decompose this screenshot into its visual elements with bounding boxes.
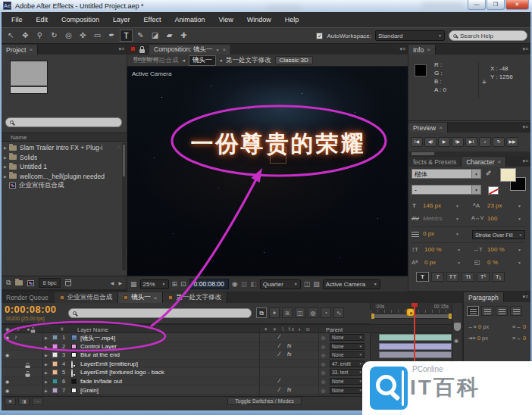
expand-switches-icon[interactable]: ❖ (5, 398, 16, 405)
snapshot-icon[interactable]: ◉ (232, 280, 238, 288)
chevron-down-icon[interactable]: ▼ (518, 217, 521, 221)
tool-button[interactable]: ◎ (62, 30, 75, 42)
label-color-swatch[interactable] (52, 344, 58, 349)
fx-switch[interactable]: fx (287, 387, 291, 392)
faux-bold-button[interactable]: T (416, 272, 429, 282)
chevron-down-icon[interactable]: ▼ (518, 204, 521, 208)
tracking-value[interactable]: 100 (487, 215, 497, 222)
menu-item[interactable]: Animation (167, 16, 211, 23)
layer-row[interactable]: ◉ ♪ ▶ 4 LayerEmit [emitterup] ◎ (2, 360, 370, 369)
font-family-select[interactable]: 楷体 (412, 169, 472, 179)
pickwhip-icon[interactable]: ◎ (321, 388, 325, 393)
expand-caret-icon[interactable]: ▶ (45, 345, 48, 349)
align-center-button[interactable] (481, 306, 493, 316)
breadcrumb-child[interactable]: 第一处文字修改 (226, 56, 271, 65)
chevron-down-icon[interactable]: ▼ (215, 48, 219, 52)
pickwhip-icon[interactable]: ◎ (321, 352, 325, 357)
quality-switch[interactable]: ∕ (279, 377, 280, 384)
justify-button[interactable] (510, 306, 522, 316)
layer-name-header[interactable]: Layer Name (77, 326, 108, 333)
timeline-tab[interactable]: 镜头一 × (118, 292, 163, 303)
menu-item[interactable]: Effect (137, 16, 168, 23)
transport-button[interactable]: ▶▶ (506, 137, 518, 147)
tab-preview[interactable]: Preview × (408, 123, 448, 133)
label-color-swatch[interactable] (52, 361, 58, 367)
transport-button[interactable]: I▶ (452, 137, 464, 147)
current-time-display[interactable]: 0:00:08:00 (5, 304, 57, 315)
baseline-shift-value[interactable]: 0 px (424, 259, 436, 266)
pickwhip-icon[interactable]: ◎ (321, 379, 325, 384)
layer-row[interactable]: ◉ ♪ ▶ 2 Control Layer ∕ fx ◎ (2, 342, 370, 351)
expand-caret-icon[interactable]: ▶ (2, 164, 9, 169)
project-item[interactable]: ▶ wellcom..._hell(plugin needed ∴ (2, 172, 127, 182)
expand-caret-icon[interactable]: ▶ (45, 370, 48, 375)
menu-item[interactable]: Edit (30, 16, 55, 23)
tab-composition[interactable]: Composition: 镜头一 ▼ × (149, 45, 231, 55)
camera-view-select[interactable]: Active Camera ▼ (323, 279, 380, 289)
stroke-width-value[interactable]: 0 px (423, 230, 434, 237)
pickwhip-icon[interactable]: ◎ (321, 361, 325, 367)
parent-select[interactable]: None ▼ (330, 351, 365, 358)
close-icon[interactable]: × (222, 46, 226, 53)
close-icon[interactable]: × (29, 46, 33, 53)
leading-value[interactable]: 23 px (487, 202, 502, 209)
parent-select[interactable]: None ▼ (330, 343, 365, 350)
next-panel-icon[interactable]: ▶ (118, 280, 122, 286)
layer-duration-bar[interactable] (379, 334, 452, 341)
kerning-value[interactable]: Metrics (423, 215, 443, 222)
subscript-button[interactable]: T₁ (492, 272, 505, 282)
chevron-down-icon[interactable]: ▼ (518, 248, 521, 252)
eye-icon[interactable]: ◉ (5, 335, 9, 340)
transparency-grid-icon[interactable]: ▨ (313, 280, 320, 288)
tsume-value[interactable]: 0 % (487, 259, 498, 266)
transport-button[interactable]: ▶I (465, 137, 477, 147)
quality-switch[interactable]: ∕ (279, 333, 280, 340)
transport-button[interactable]: ↻ (493, 137, 505, 147)
fx-switch[interactable]: fx (287, 343, 291, 348)
layer-row[interactable]: ◉ ♪ ▶ 6 fade in/fade out ∕ ◎ (2, 377, 370, 386)
layer-name[interactable]: LayerEmit [emitterup] (80, 360, 138, 367)
indent-left-control[interactable]: →≡ 0 px (468, 323, 489, 330)
font-style-select[interactable]: - (412, 185, 472, 195)
timeline-toggle-button[interactable]: ⧉ (256, 307, 267, 318)
menu-item[interactable]: Layer (106, 16, 137, 23)
superscript-button[interactable]: T¹ (477, 272, 490, 282)
composition-viewport[interactable]: Active Camera 一份尊贵的荣耀 (127, 67, 408, 276)
tool-button[interactable]: ◪ (149, 30, 161, 42)
channels-icon[interactable]: ◧ (250, 280, 257, 288)
all-caps-button[interactable]: TT (446, 272, 459, 282)
tab-project[interactable]: Project × (2, 45, 38, 55)
quality-switch[interactable]: ∕ (279, 342, 280, 349)
project-scrollbar[interactable] (122, 143, 126, 270)
layer-name[interactable]: [Grain] (80, 387, 99, 394)
project-item[interactable]: ▶ Untitled 1 ∴ (2, 162, 127, 172)
horizontal-scale-value[interactable]: 100 % (487, 246, 505, 253)
close-icon[interactable]: × (154, 295, 158, 301)
parent-select[interactable]: None ▼ (330, 334, 365, 341)
tool-button[interactable]: ⚲ (33, 30, 46, 42)
current-time-indicator[interactable] (414, 303, 415, 361)
magnification-select[interactable]: 25% ▼ (140, 279, 169, 289)
title-bar[interactable]: Ae Adobe After Effects - Untitled Projec… (0, 0, 532, 12)
trash-icon[interactable] (65, 279, 71, 286)
pickwhip-icon[interactable]: ◎ (321, 335, 325, 340)
tool-button[interactable]: T (120, 30, 133, 42)
label-color-swatch[interactable] (52, 352, 58, 357)
layer-name[interactable]: Control Layer (80, 343, 117, 350)
transfer-controls-icon[interactable]: ◨ (18, 398, 30, 405)
toggle-switches-modes-button[interactable]: Toggle Switches / Modes (227, 397, 302, 405)
timeline-search-input[interactable] (68, 308, 252, 318)
minimize-button[interactable]: — (468, 0, 486, 10)
tab-character[interactable]: Character × (462, 157, 506, 167)
layer-row[interactable]: ◉ ♪ ▶ 3 Blur at the end ∕ fx ◎ (2, 351, 370, 360)
expand-caret-icon[interactable]: ▶ (2, 155, 9, 160)
new-folder-icon[interactable] (15, 280, 23, 286)
chevron-down-icon[interactable]: ▼ (472, 169, 481, 179)
fill-color-swatch[interactable] (500, 168, 516, 182)
workspace-select[interactable]: Standard ▼ (375, 30, 445, 41)
close-icon[interactable]: × (498, 158, 502, 165)
bit-depth-button[interactable]: 8 bpc (39, 278, 60, 288)
faux-italic-button[interactable]: T (431, 272, 444, 282)
transport-button[interactable]: I◀ (411, 137, 423, 147)
eyedropper-icon[interactable]: ✐ (486, 170, 492, 177)
